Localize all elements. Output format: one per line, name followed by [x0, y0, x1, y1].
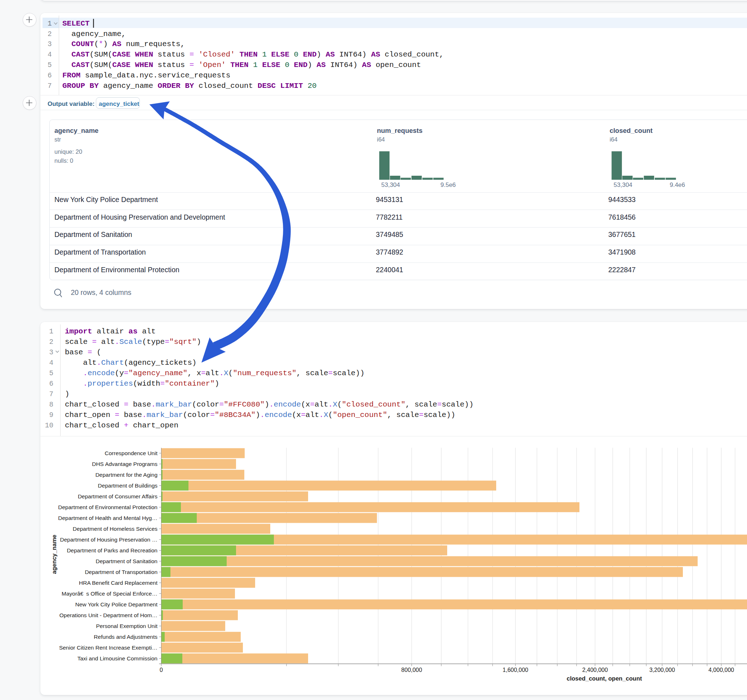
svg-text:agency_tickets: agency_tickets [99, 101, 143, 107]
svg-text:AS: AS [362, 61, 371, 69]
svg-text:closed_count, open_count: closed_count, open_count [567, 675, 642, 682]
svg-text:+: + [124, 421, 129, 430]
svg-text:.: . [319, 411, 324, 419]
svg-text:Refunds and Adjustments: Refunds and Adjustments [94, 634, 157, 640]
svg-text:5: 5 [49, 370, 53, 377]
svg-text:chart_open: chart_open [65, 411, 115, 419]
svg-text:=: = [328, 369, 333, 377]
svg-text:alt: alt [315, 400, 328, 409]
svg-text:.: . [151, 400, 156, 409]
svg-text:Chart: Chart [101, 359, 124, 367]
svg-text:.: . [83, 369, 88, 377]
svg-text:Department of Environmental Pr: Department of Environmental Protection [54, 266, 180, 274]
svg-text:encode: encode [88, 369, 115, 377]
svg-text:.: . [269, 400, 274, 409]
svg-text:"container": "container" [165, 380, 215, 388]
svg-text:WHEN: WHEN [135, 61, 153, 69]
svg-text:FROM: FROM [62, 71, 80, 80]
svg-text:SELECT: SELECT [62, 20, 90, 28]
svg-text:chart_closed: chart_closed [65, 400, 124, 409]
svg-text:CAST: CAST [71, 61, 89, 69]
svg-text:2,400,000: 2,400,000 [582, 667, 608, 673]
svg-text:3471908: 3471908 [608, 248, 636, 256]
svg-text:ORDER: ORDER [158, 82, 180, 90]
svg-text:.: . [97, 359, 101, 367]
svg-text:mark_bar: mark_bar [156, 400, 192, 409]
svg-text:num_requests: num_requests [377, 127, 422, 134]
svg-text:Department of Housing Preserva: Department of Housing Preservation … [60, 537, 157, 543]
svg-text:=: = [437, 400, 442, 409]
svg-text:THEN: THEN [230, 61, 248, 69]
svg-text:): ) [317, 50, 326, 59]
svg-text:Personal Exemption Unit: Personal Exemption Unit [96, 623, 157, 629]
svg-text:10: 10 [45, 422, 53, 430]
svg-text:sample_data.nyc.service_reques: sample_data.nyc.service_requests [85, 71, 230, 80]
svg-text:encode: encode [265, 411, 292, 419]
svg-text:scale: scale [65, 338, 92, 346]
svg-text:New York City Police Departmen: New York City Police Department [54, 196, 158, 204]
svg-text:"#8BC34A": "#8BC34A" [215, 411, 256, 419]
svg-text:1: 1 [48, 20, 52, 28]
svg-text:scale)): scale)) [442, 400, 473, 409]
svg-text:*: * [99, 40, 103, 48]
svg-text:status: status [158, 61, 189, 69]
svg-text:): ) [103, 40, 112, 48]
svg-text:Department of Parks and Recrea: Department of Parks and Recreation [67, 547, 157, 554]
svg-text:X: X [224, 369, 228, 377]
svg-text:3: 3 [49, 348, 53, 356]
svg-text:ELSE: ELSE [271, 50, 289, 59]
svg-text:=: = [165, 338, 169, 346]
svg-text:, scale: , scale [405, 400, 437, 409]
svg-text:5: 5 [48, 61, 52, 69]
svg-text:1: 1 [262, 50, 267, 59]
svg-text:2240041: 2240041 [376, 266, 403, 274]
svg-text:"sqrt": "sqrt" [169, 338, 197, 346]
svg-text:AS: AS [317, 61, 326, 69]
svg-text:(: ( [94, 40, 99, 48]
svg-text:3,200,000: 3,200,000 [649, 667, 675, 673]
svg-text:53,304: 53,304 [614, 181, 632, 188]
svg-text:9: 9 [49, 411, 53, 419]
svg-text:alt: alt [83, 359, 97, 367]
svg-text:=: = [301, 411, 305, 419]
svg-text:(agency_tickets): (agency_tickets) [124, 359, 197, 367]
svg-text:Scale: Scale [119, 338, 142, 346]
svg-text:ELSE: ELSE [262, 61, 280, 69]
svg-text:.: . [219, 369, 224, 377]
svg-text:(SUM(: (SUM( [90, 61, 112, 69]
svg-text:AS: AS [326, 50, 335, 59]
svg-text:GROUP: GROUP [62, 82, 85, 90]
svg-text:closed_count: closed_count [610, 127, 653, 134]
svg-text:AS: AS [371, 50, 380, 59]
svg-text:0: 0 [294, 50, 299, 59]
svg-text:base: base [133, 400, 151, 409]
svg-text:=: = [189, 50, 194, 59]
svg-text:"open_count": "open_count" [333, 411, 387, 419]
svg-text:.: . [83, 380, 88, 388]
svg-text:altair: altair [97, 327, 128, 336]
svg-text:Correspondence Unit: Correspondence Unit [105, 450, 158, 456]
svg-text:"closed_count": "closed_count" [342, 400, 405, 409]
svg-text:=: = [201, 369, 206, 377]
svg-text:DHS Advantage Programs: DHS Advantage Programs [92, 461, 157, 467]
svg-text:6: 6 [48, 72, 52, 80]
svg-text:Department for the Aging: Department for the Aging [95, 472, 157, 478]
svg-text:1,600,000: 1,600,000 [503, 667, 528, 673]
svg-text:str: str [54, 136, 61, 143]
svg-text:alt: alt [101, 338, 115, 346]
svg-text:Department of Sanitation: Department of Sanitation [96, 558, 157, 564]
svg-text:, x: , x [188, 369, 201, 377]
svg-text:=: = [189, 61, 194, 69]
svg-text:.: . [260, 411, 265, 419]
svg-text:i64: i64 [377, 136, 385, 143]
svg-text:"num_requests": "num_requests" [233, 369, 296, 377]
svg-text:CASE: CASE [112, 50, 130, 59]
svg-text:i64: i64 [610, 136, 618, 143]
svg-text:(: ( [328, 411, 333, 419]
svg-text:chart_open: chart_open [133, 421, 178, 430]
svg-text:Department of Transportation: Department of Transportation [54, 248, 146, 256]
svg-text:, scale: , scale [387, 411, 419, 419]
svg-text:num_requests,: num_requests, [126, 40, 185, 48]
svg-text:properties: properties [88, 380, 133, 388]
svg-text:'Closed': 'Closed' [198, 50, 235, 59]
